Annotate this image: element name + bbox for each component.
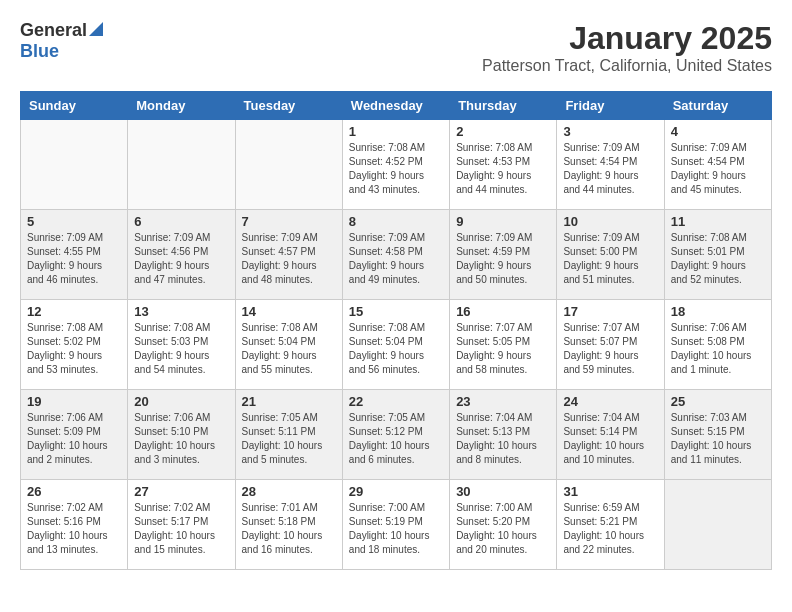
day-number: 26 xyxy=(27,484,121,499)
day-number: 30 xyxy=(456,484,550,499)
day-number: 14 xyxy=(242,304,336,319)
day-info: Sunrise: 7:09 AM Sunset: 4:59 PM Dayligh… xyxy=(456,231,550,287)
day-info: Sunrise: 7:08 AM Sunset: 5:01 PM Dayligh… xyxy=(671,231,765,287)
calendar-cell: 3Sunrise: 7:09 AM Sunset: 4:54 PM Daylig… xyxy=(557,120,664,210)
day-header: Wednesday xyxy=(342,92,449,120)
day-number: 22 xyxy=(349,394,443,409)
day-info: Sunrise: 7:09 AM Sunset: 4:58 PM Dayligh… xyxy=(349,231,443,287)
calendar-cell: 9Sunrise: 7:09 AM Sunset: 4:59 PM Daylig… xyxy=(450,210,557,300)
day-info: Sunrise: 7:08 AM Sunset: 4:53 PM Dayligh… xyxy=(456,141,550,197)
day-number: 25 xyxy=(671,394,765,409)
day-number: 11 xyxy=(671,214,765,229)
day-info: Sunrise: 7:02 AM Sunset: 5:17 PM Dayligh… xyxy=(134,501,228,557)
day-number: 7 xyxy=(242,214,336,229)
calendar-cell: 15Sunrise: 7:08 AM Sunset: 5:04 PM Dayli… xyxy=(342,300,449,390)
day-number: 2 xyxy=(456,124,550,139)
day-number: 4 xyxy=(671,124,765,139)
logo: General Blue xyxy=(20,20,103,62)
day-info: Sunrise: 7:00 AM Sunset: 5:19 PM Dayligh… xyxy=(349,501,443,557)
calendar-cell: 29Sunrise: 7:00 AM Sunset: 5:19 PM Dayli… xyxy=(342,480,449,570)
calendar-cell: 22Sunrise: 7:05 AM Sunset: 5:12 PM Dayli… xyxy=(342,390,449,480)
day-info: Sunrise: 7:09 AM Sunset: 4:55 PM Dayligh… xyxy=(27,231,121,287)
calendar-cell: 10Sunrise: 7:09 AM Sunset: 5:00 PM Dayli… xyxy=(557,210,664,300)
day-info: Sunrise: 7:02 AM Sunset: 5:16 PM Dayligh… xyxy=(27,501,121,557)
day-header: Monday xyxy=(128,92,235,120)
day-number: 29 xyxy=(349,484,443,499)
svg-marker-0 xyxy=(89,22,103,36)
day-number: 16 xyxy=(456,304,550,319)
day-number: 3 xyxy=(563,124,657,139)
day-number: 20 xyxy=(134,394,228,409)
calendar-cell: 13Sunrise: 7:08 AM Sunset: 5:03 PM Dayli… xyxy=(128,300,235,390)
day-info: Sunrise: 7:09 AM Sunset: 4:54 PM Dayligh… xyxy=(563,141,657,197)
calendar-cell xyxy=(128,120,235,210)
location-title: Patterson Tract, California, United Stat… xyxy=(482,57,772,75)
calendar-cell: 1Sunrise: 7:08 AM Sunset: 4:52 PM Daylig… xyxy=(342,120,449,210)
day-info: Sunrise: 7:04 AM Sunset: 5:13 PM Dayligh… xyxy=(456,411,550,467)
calendar-cell: 8Sunrise: 7:09 AM Sunset: 4:58 PM Daylig… xyxy=(342,210,449,300)
calendar-cell: 28Sunrise: 7:01 AM Sunset: 5:18 PM Dayli… xyxy=(235,480,342,570)
day-info: Sunrise: 7:07 AM Sunset: 5:07 PM Dayligh… xyxy=(563,321,657,377)
day-number: 18 xyxy=(671,304,765,319)
day-info: Sunrise: 7:06 AM Sunset: 5:09 PM Dayligh… xyxy=(27,411,121,467)
day-info: Sunrise: 7:06 AM Sunset: 5:10 PM Dayligh… xyxy=(134,411,228,467)
calendar-cell: 30Sunrise: 7:00 AM Sunset: 5:20 PM Dayli… xyxy=(450,480,557,570)
day-header: Tuesday xyxy=(235,92,342,120)
calendar-cell: 16Sunrise: 7:07 AM Sunset: 5:05 PM Dayli… xyxy=(450,300,557,390)
calendar-cell: 7Sunrise: 7:09 AM Sunset: 4:57 PM Daylig… xyxy=(235,210,342,300)
day-info: Sunrise: 7:04 AM Sunset: 5:14 PM Dayligh… xyxy=(563,411,657,467)
calendar-cell: 26Sunrise: 7:02 AM Sunset: 5:16 PM Dayli… xyxy=(21,480,128,570)
day-info: Sunrise: 7:03 AM Sunset: 5:15 PM Dayligh… xyxy=(671,411,765,467)
calendar-cell: 5Sunrise: 7:09 AM Sunset: 4:55 PM Daylig… xyxy=(21,210,128,300)
calendar-cell: 17Sunrise: 7:07 AM Sunset: 5:07 PM Dayli… xyxy=(557,300,664,390)
calendar-cell: 14Sunrise: 7:08 AM Sunset: 5:04 PM Dayli… xyxy=(235,300,342,390)
day-header: Friday xyxy=(557,92,664,120)
calendar-cell: 11Sunrise: 7:08 AM Sunset: 5:01 PM Dayli… xyxy=(664,210,771,300)
calendar-week-row: 1Sunrise: 7:08 AM Sunset: 4:52 PM Daylig… xyxy=(21,120,772,210)
calendar-cell: 2Sunrise: 7:08 AM Sunset: 4:53 PM Daylig… xyxy=(450,120,557,210)
day-info: Sunrise: 7:09 AM Sunset: 4:56 PM Dayligh… xyxy=(134,231,228,287)
calendar-cell: 4Sunrise: 7:09 AM Sunset: 4:54 PM Daylig… xyxy=(664,120,771,210)
day-number: 5 xyxy=(27,214,121,229)
calendar-cell xyxy=(235,120,342,210)
day-number: 31 xyxy=(563,484,657,499)
day-info: Sunrise: 7:05 AM Sunset: 5:11 PM Dayligh… xyxy=(242,411,336,467)
day-info: Sunrise: 7:08 AM Sunset: 5:02 PM Dayligh… xyxy=(27,321,121,377)
day-info: Sunrise: 7:08 AM Sunset: 5:04 PM Dayligh… xyxy=(242,321,336,377)
calendar-cell: 31Sunrise: 6:59 AM Sunset: 5:21 PM Dayli… xyxy=(557,480,664,570)
day-info: Sunrise: 7:01 AM Sunset: 5:18 PM Dayligh… xyxy=(242,501,336,557)
day-info: Sunrise: 7:08 AM Sunset: 5:03 PM Dayligh… xyxy=(134,321,228,377)
calendar-cell xyxy=(21,120,128,210)
calendar-week-row: 12Sunrise: 7:08 AM Sunset: 5:02 PM Dayli… xyxy=(21,300,772,390)
calendar-cell xyxy=(664,480,771,570)
day-info: Sunrise: 7:08 AM Sunset: 4:52 PM Dayligh… xyxy=(349,141,443,197)
calendar-week-row: 5Sunrise: 7:09 AM Sunset: 4:55 PM Daylig… xyxy=(21,210,772,300)
day-number: 13 xyxy=(134,304,228,319)
calendar-cell: 20Sunrise: 7:06 AM Sunset: 5:10 PM Dayli… xyxy=(128,390,235,480)
page-header: General Blue January 2025 Patterson Trac… xyxy=(20,20,772,75)
calendar-cell: 23Sunrise: 7:04 AM Sunset: 5:13 PM Dayli… xyxy=(450,390,557,480)
calendar-cell: 24Sunrise: 7:04 AM Sunset: 5:14 PM Dayli… xyxy=(557,390,664,480)
day-number: 6 xyxy=(134,214,228,229)
month-title: January 2025 xyxy=(482,20,772,57)
day-info: Sunrise: 7:07 AM Sunset: 5:05 PM Dayligh… xyxy=(456,321,550,377)
day-info: Sunrise: 7:09 AM Sunset: 5:00 PM Dayligh… xyxy=(563,231,657,287)
day-number: 27 xyxy=(134,484,228,499)
day-info: Sunrise: 7:00 AM Sunset: 5:20 PM Dayligh… xyxy=(456,501,550,557)
calendar-table: SundayMondayTuesdayWednesdayThursdayFrid… xyxy=(20,91,772,570)
calendar-cell: 18Sunrise: 7:06 AM Sunset: 5:08 PM Dayli… xyxy=(664,300,771,390)
day-number: 15 xyxy=(349,304,443,319)
day-info: Sunrise: 7:05 AM Sunset: 5:12 PM Dayligh… xyxy=(349,411,443,467)
calendar-cell: 12Sunrise: 7:08 AM Sunset: 5:02 PM Dayli… xyxy=(21,300,128,390)
day-number: 19 xyxy=(27,394,121,409)
day-number: 24 xyxy=(563,394,657,409)
day-info: Sunrise: 6:59 AM Sunset: 5:21 PM Dayligh… xyxy=(563,501,657,557)
day-info: Sunrise: 7:09 AM Sunset: 4:57 PM Dayligh… xyxy=(242,231,336,287)
calendar-cell: 6Sunrise: 7:09 AM Sunset: 4:56 PM Daylig… xyxy=(128,210,235,300)
logo-general-text: General xyxy=(20,20,87,41)
day-number: 10 xyxy=(563,214,657,229)
calendar-cell: 19Sunrise: 7:06 AM Sunset: 5:09 PM Dayli… xyxy=(21,390,128,480)
day-number: 21 xyxy=(242,394,336,409)
day-number: 1 xyxy=(349,124,443,139)
day-number: 17 xyxy=(563,304,657,319)
